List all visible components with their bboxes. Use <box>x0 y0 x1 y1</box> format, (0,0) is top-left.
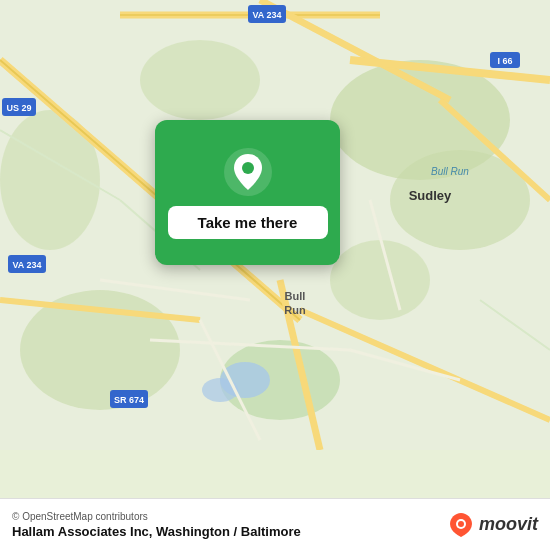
svg-text:Sudley: Sudley <box>409 188 452 203</box>
svg-point-43 <box>242 162 254 174</box>
svg-text:VA 234: VA 234 <box>12 260 41 270</box>
svg-point-3 <box>330 240 430 320</box>
svg-point-9 <box>202 378 238 402</box>
svg-text:I 66: I 66 <box>497 56 512 66</box>
moovit-logo: moovit <box>447 511 538 539</box>
moovit-text: moovit <box>479 514 538 535</box>
svg-text:VA 234: VA 234 <box>252 10 281 20</box>
moovit-pin-icon <box>447 511 475 539</box>
svg-text:US 29: US 29 <box>6 103 31 113</box>
bottom-left-info: © OpenStreetMap contributors Hallam Asso… <box>12 511 301 539</box>
svg-text:Run: Run <box>284 304 306 316</box>
svg-point-6 <box>140 40 260 120</box>
map-container: I 66 VA 234 VA 234 US 29 SR 674 Bull Run <box>0 0 550 550</box>
popup-card: Take me there <box>155 120 340 265</box>
location-title: Hallam Associates Inc, Washington / Balt… <box>12 524 301 539</box>
svg-point-45 <box>458 521 464 527</box>
take-me-there-button[interactable]: Take me there <box>168 206 328 239</box>
svg-text:Bull: Bull <box>285 290 306 302</box>
svg-text:Bull Run: Bull Run <box>431 166 469 177</box>
attribution-text: © OpenStreetMap contributors <box>12 511 301 522</box>
svg-text:SR 674: SR 674 <box>114 395 144 405</box>
location-pin-icon <box>222 146 274 198</box>
bottom-bar: © OpenStreetMap contributors Hallam Asso… <box>0 498 550 550</box>
